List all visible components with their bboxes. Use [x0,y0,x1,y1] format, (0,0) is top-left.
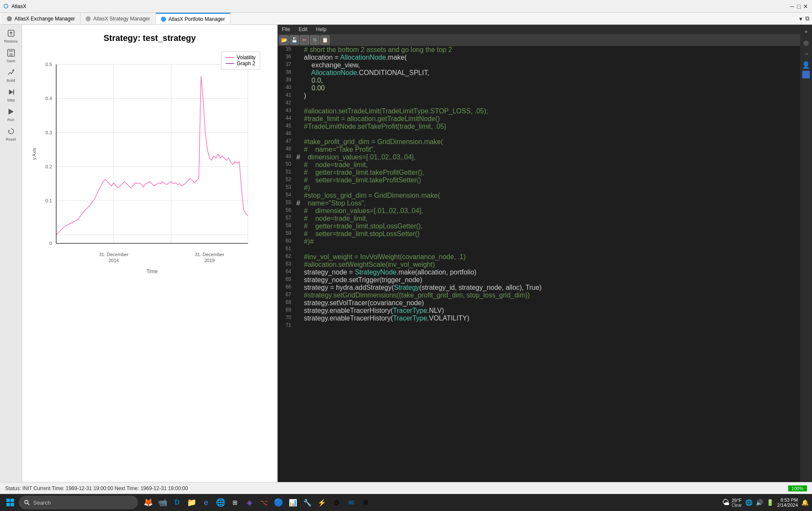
right-panel-add-button[interactable]: + [801,26,811,37]
tab-portfolio[interactable]: AtlasX Portfolio Manager [156,13,231,24]
right-panel-target-button[interactable]: ◎ [801,38,811,48]
tab-strategy-label: AtlasX Strategy Manager [93,16,150,22]
maximize-button[interactable]: □ [796,3,802,9]
weather-icon: 🌤 [722,498,730,507]
toolbar-cut-button[interactable]: ✂ [300,35,309,45]
start-button[interactable] [3,496,17,509]
tray-network-icon[interactable]: 🌐 [745,499,752,506]
taskbar-graph-icon[interactable]: 📊 [286,496,300,509]
sidebar-reset-label: Reset [6,137,16,141]
code-line-69: 69 strategy.enableTracerHistory(TracerTy… [278,307,800,315]
run-icon [6,107,16,117]
app-name: AtlasX [11,3,26,9]
toolbar-copy-button[interactable]: ⎘ [310,35,319,45]
svg-text:0.1: 0.1 [46,198,52,203]
clock[interactable]: 8:53 PM 2/14/2024 [777,497,798,508]
svg-text:0.3: 0.3 [46,130,52,135]
svg-rect-3 [9,53,13,56]
svg-rect-33 [6,499,10,502]
weather-widget[interactable]: 🌤 29°F Clear [722,498,742,508]
code-line-38: 38 AllocationNode.CONDITIONAL_SPLIT, [278,69,800,77]
legend-line-graph2 [226,63,234,64]
search-bar[interactable]: Search [19,496,138,509]
svg-text:0.2: 0.2 [46,164,52,169]
tray-volume-icon[interactable]: 🔊 [756,499,763,506]
close-button[interactable]: ✕ [803,3,809,9]
code-line-58: 58 # getter=trade_limit.stopLossGetter()… [278,222,800,230]
sidebar-item-build[interactable]: Build [0,66,22,84]
code-line-62: 62 #inv_vol_weight = InvVolWeight(covari… [278,253,800,261]
taskbar-monitor-icon[interactable]: 🖥 [359,496,372,509]
taskbar-avatar-icon[interactable]: 🦊 [141,496,155,509]
taskbar-mail-icon[interactable]: ✉ [344,496,358,509]
sidebar-item-save[interactable]: Save [0,46,22,65]
code-line-65: 65 strategy_node.setTrigger(trigger_node… [278,276,800,284]
svg-rect-35 [6,503,10,506]
taskbar-settings-icon[interactable]: ⚙ [330,496,343,509]
sidebar-item-reset[interactable]: Reset [0,124,22,143]
code-line-53: 53 #) [278,184,800,192]
sidebar-item-step[interactable]: Step [0,85,22,104]
toolbar-open-button[interactable]: 📂 [279,35,289,45]
code-line-42: 42 [278,100,800,107]
taskbar-ie-icon[interactable]: 🌐 [214,496,227,509]
title-bar: ⬡ AtlasX ─ □ ✕ [0,0,812,13]
chart-legend: Volatility Graph 2 [221,52,260,69]
taskbar-chrome-icon[interactable]: 🔵 [272,496,285,509]
code-line-67: 67 #strategy.setGridDimmensions((take_pr… [278,292,800,299]
code-line-39: 39 0.0, [278,77,800,84]
code-line-56: 56 # dimension_values=[.01,.02,.03,.04], [278,207,800,215]
code-line-35: 35 # short the bottom 2 assets and go lo… [278,46,800,54]
code-line-55: 55 # name="Stop Loss", [278,199,800,207]
right-panel-user-button[interactable]: 👤 [801,60,811,70]
tab-detach-button[interactable]: ⧉ [804,16,810,22]
toolbar-paste-button[interactable]: 📋 [320,35,330,45]
tab-strategy[interactable]: AtlasX Strategy Manager [80,13,155,24]
svg-marker-7 [9,109,14,115]
taskbar-vs-icon[interactable]: ◈ [243,496,256,509]
right-panel-arrow-button[interactable]: → [801,49,811,59]
code-line-43: 43 #allocation.setTradeLimit(TradeLimitT… [278,107,800,115]
editor-code-scroll[interactable]: 35 # short the bottom 2 assets and go lo… [278,46,800,490]
code-line-57: 57 # node=trade_limit, [278,215,800,222]
taskbar-dell-icon[interactable]: D [170,496,184,509]
svg-text:y Axis: y Axis [32,147,37,160]
svg-text:31. December: 31. December [99,252,128,257]
taskbar: Search 🦊 📹 D 📁 e 🌐 ⊞ ◈ ⌥ 🔵 📊 🔧 ⚡ ⚙ ✉ 🖥 🌤… [0,494,812,511]
weather-condition: Clear [732,503,742,508]
code-line-61: 61 [278,245,800,253]
code-line-37: 37 exchange_view, [278,61,800,69]
taskbar-edge-icon[interactable]: e [199,496,213,509]
tab-dropdown-button[interactable]: ▾ [798,16,803,22]
menu-help[interactable]: Help [312,25,331,34]
editor-area: File Edit Help 📂 💾 ✂ ⎘ 📋 35 # short the … [278,25,800,494]
sidebar-item-restore[interactable]: Restore [0,26,22,45]
taskbar-wintools-icon[interactable]: 🔧 [301,496,314,509]
legend-line-volatility [226,57,234,58]
menu-edit[interactable]: Edit [294,25,312,34]
taskbar-video-icon[interactable]: 📹 [156,496,169,509]
sidebar-step-label: Step [7,98,15,102]
code-line-48: 48 # name="Take Profit", [278,146,800,153]
code-line-64: 64 strategy_node = StrategyNode.make(all… [278,268,800,276]
status-bar: Status: INIT Current Time: 1969-12-31 19… [0,482,812,494]
taskbar-taskman-icon[interactable]: ⚡ [315,496,329,509]
code-line-66: 66 strategy = hydra.addStrategy(Strategy… [278,284,800,292]
sidebar: Restore Save Build Step Run [0,25,22,494]
menu-file[interactable]: File [278,25,294,34]
tray-battery-icon[interactable]: 🔋 [766,499,774,506]
taskbar-git-icon[interactable]: ⌥ [257,496,271,509]
right-panel-color-button[interactable] [802,71,810,78]
tab-exchange[interactable]: AtlasX Exchange Manager [2,13,80,24]
notification-icon[interactable]: 🔔 [801,499,809,506]
chart-area: Strategy: test_strategy Volatility Graph… [22,25,278,494]
taskbar-ms-icon[interactable]: ⊞ [228,496,242,509]
svg-text:0: 0 [49,241,52,246]
tab-portfolio-icon [161,17,166,22]
taskbar-folder-icon[interactable]: 📁 [185,496,198,509]
sidebar-item-run[interactable]: Run [0,105,22,124]
minimize-button[interactable]: ─ [789,3,795,9]
taskbar-right: 🌤 29°F Clear 🌐 🔊 🔋 8:53 PM 2/14/2024 🔔 [722,497,809,508]
code-line-45: 45 #TradeLimitNode.setTakeProfit(trade_l… [278,123,800,130]
toolbar-save-button[interactable]: 💾 [290,35,299,45]
